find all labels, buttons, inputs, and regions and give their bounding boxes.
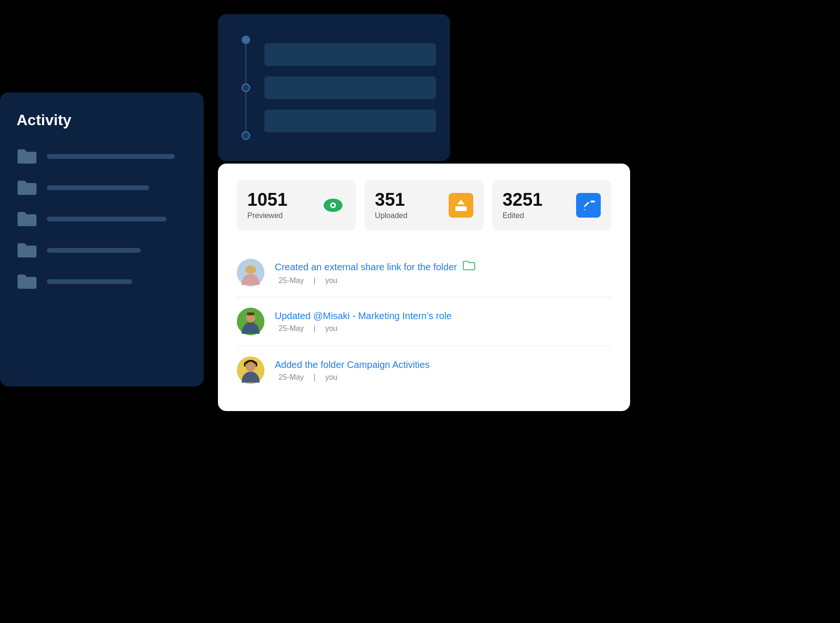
timeline-bar-1 [264, 43, 436, 66]
avatar-3 [237, 357, 264, 384]
activity-link-3[interactable]: Added the folder Campaign Activities [275, 359, 611, 370]
svg-rect-14 [247, 312, 254, 315]
avatar-1 [237, 259, 264, 286]
timeline-dot-2 [242, 83, 250, 92]
stat-previewed: 1051 Previewed [237, 180, 356, 230]
folder-green-icon [463, 260, 475, 274]
previewed-icon [321, 193, 345, 218]
activity-link-2[interactable]: Updated @Misaki - Marketing Intern’s rol… [275, 311, 611, 321]
svg-rect-6 [580, 197, 597, 214]
stat-edited: 3251 Edited [492, 180, 611, 230]
activity-meta-2: 25-May | you [275, 324, 611, 333]
timeline-line [242, 36, 250, 140]
folder-bar [47, 185, 149, 190]
activity-item-2: Updated @Misaki - Marketing Intern’s rol… [237, 297, 611, 346]
stat-previewed-text: 1051 Previewed [247, 191, 288, 220]
activity-date-2: 25-May [279, 324, 304, 332]
activity-date-3: 25-May [279, 373, 304, 381]
stat-uploaded: 351 Uploaded [364, 180, 483, 230]
activity-item-1: Created an external share link for the f… [237, 248, 611, 297]
activity-panel-title: Activity [17, 111, 187, 129]
stats-row: 1051 Previewed 351 Uploaded [237, 180, 611, 230]
stat-edited-number: 3251 [503, 191, 543, 209]
activity-link-1[interactable]: Created an external share link for the f… [275, 260, 611, 274]
activity-content-1: Created an external share link for the f… [275, 260, 611, 285]
stat-edited-text: 3251 Edited [503, 191, 543, 220]
stat-uploaded-number: 351 [375, 191, 407, 209]
folder-icon [17, 273, 37, 290]
timeline-bar-2 [264, 76, 436, 99]
timeline-bars [264, 43, 436, 132]
activity-meta-1: 25-May | you [275, 276, 611, 285]
activity-panel: Activity [0, 92, 204, 386]
stat-previewed-label: Previewed [247, 211, 288, 220]
timeline-dot-1 [242, 36, 250, 44]
activity-actor-3: you [325, 373, 337, 381]
activity-actor-1: you [325, 276, 337, 284]
folder-list [17, 148, 187, 290]
stat-uploaded-text: 351 Uploaded [375, 191, 407, 220]
avatar-2 [237, 308, 264, 335]
activity-item-3: Added the folder Campaign Activities 25-… [237, 346, 611, 394]
stat-uploaded-label: Uploaded [375, 211, 407, 220]
activity-actor-2: you [325, 324, 337, 332]
edited-icon [576, 193, 601, 218]
folder-icon [17, 242, 37, 259]
activity-content-3: Added the folder Campaign Activities 25-… [275, 359, 611, 382]
list-item [17, 273, 187, 290]
list-item [17, 148, 187, 165]
svg-point-2 [332, 204, 334, 207]
list-item [17, 211, 187, 228]
timeline-panel [218, 14, 450, 161]
svg-rect-3 [452, 197, 470, 214]
folder-bar [47, 248, 141, 253]
timeline-bar-3 [264, 110, 436, 132]
activity-text-2: Updated @Misaki - Marketing Intern’s rol… [275, 311, 452, 321]
list-item [17, 179, 187, 196]
folder-icon [17, 179, 37, 196]
svg-point-16 [246, 362, 255, 372]
stat-edited-label: Edited [503, 211, 543, 220]
folder-bar [47, 154, 175, 159]
list-item [17, 242, 187, 259]
folder-icon [17, 148, 37, 165]
svg-rect-4 [455, 206, 467, 211]
folder-icon [17, 211, 37, 228]
stat-previewed-number: 1051 [247, 191, 288, 209]
folder-bar [47, 217, 166, 221]
activity-content-2: Updated @Misaki - Marketing Intern’s rol… [275, 311, 611, 333]
svg-rect-9 [590, 201, 595, 202]
timeline-dot-3 [242, 131, 250, 140]
activity-date-1: 25-May [279, 276, 304, 284]
activity-text-1: Created an external share link for the f… [275, 262, 457, 273]
activity-card: 1051 Previewed 351 Uploaded [218, 164, 630, 411]
activity-text-3: Added the folder Campaign Activities [275, 359, 430, 370]
folder-bar [47, 279, 132, 284]
activity-meta-3: 25-May | you [275, 373, 611, 382]
uploaded-icon [449, 193, 473, 218]
